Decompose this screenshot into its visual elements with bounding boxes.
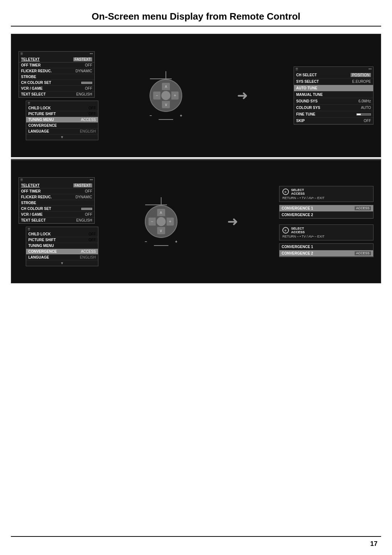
arrow-right-2: ➜ <box>227 214 238 229</box>
menu-row: VCR / GAMEOFF <box>19 86 94 92</box>
panel1-sub-menu: ☰ CHILD LOCKOFF PICTURE SHIFTOFF TUNING … <box>26 101 98 140</box>
remote-control-1: ∧ ∨ − + − + <box>140 71 191 120</box>
panel2-left: ☰ ▪▪▪ TELETEXT FASTEXT OFF TIMEROFF FLIC… <box>19 177 98 266</box>
menu-row: VCR / GAMEOFF <box>19 212 94 218</box>
submenu-row: PICTURE SHIFTOFF <box>26 237 98 243</box>
right-menu-row-autotune: AUTO TUNE <box>294 85 373 92</box>
convergence-bottom-menu: CONVERGENCE 1 CONVERGENCE 2ACCESS <box>279 243 373 257</box>
panel2-sub-menu: ☰ CHILD LOCKOFF PICTURE SHIFTOFF TUNING … <box>26 227 98 266</box>
submenu-row-tuning: TUNING MENUACCESS <box>26 117 98 123</box>
menu-row: OFF TIMEROFF <box>19 189 94 194</box>
panel2-right: ⊕ SELECT ACCESS RETURN – • TV / AV• – EX… <box>279 186 373 257</box>
demo-panel-2: ☰ ▪▪▪ TELETEXT FASTEXT OFF TIMEROFF FLIC… <box>11 160 381 283</box>
plus-label: + <box>180 113 182 118</box>
submenu-row-convergence: CONVERGENCE <box>26 123 98 129</box>
convergence-top-menu: CONVERGENCE 1ACCESS CONVERGENCE 2 <box>279 205 373 219</box>
panel1-right-menu: ☰ ▪▪▪ CH SELECTPOSITION SYS SELECTE.EURO… <box>294 66 373 125</box>
right-menu-row: SYS SELECTE.EUROPE <box>294 78 373 85</box>
submenu-row: CHILD LOCKOFF <box>26 105 98 111</box>
right-menu-row: CH SELECTPOSITION <box>294 72 373 78</box>
remote-control-2: ∧ ∨ − + − + <box>136 197 187 246</box>
minus-label: − <box>150 113 152 118</box>
menu-row: STROBE <box>19 200 94 206</box>
submenu-row-convergence2: CONVERGENCEACCESS <box>26 249 98 255</box>
menu-row: TELETEXT FASTEXT <box>19 57 94 62</box>
submenu-row: PICTURE SHIFTOFF <box>26 111 98 117</box>
right-menu-row: FINE TUNE <box>294 111 373 118</box>
menu-row: CH COLOUR SET <box>19 206 94 212</box>
menu-row: TEXT SELECTENGLISH <box>19 92 94 97</box>
convergence-bottom-info: ⊕ SELECT ACCESS RETURN – • TV / AV• – EX… <box>279 224 373 240</box>
menu-row: FLICKER REDUC.DYNAMIC <box>19 194 94 200</box>
arrow-right-1: ➜ <box>237 88 248 103</box>
panel1-left: ☰ ▪▪▪ TELETEXT FASTEXT OFF TIMEROFF FLIC… <box>19 51 98 140</box>
menu-row: CH COLOUR SET <box>19 80 94 86</box>
minus-label-2: − <box>145 239 147 244</box>
menu-row: TEXT SELECTENGLISH <box>19 218 94 223</box>
convergence-top-info: ⊕ SELECT ACCESS RETURN – • TV / AV• – EX… <box>279 186 373 202</box>
page-title: On-Screen menu Display from Remote Contr… <box>11 0 381 27</box>
plus-label-2: + <box>175 239 177 244</box>
submenu-row-language: LANGUAGEENGLISH <box>26 129 98 134</box>
menu-row: STROBE <box>19 74 94 80</box>
right-menu-row: MANUAL TUNE <box>294 92 373 98</box>
right-menu-row: COLOUR SYSAUTO <box>294 105 373 111</box>
submenu-row: CHILD LOCKOFF <box>26 231 98 237</box>
submenu-row-language2: LANGUAGEENGLISH <box>26 255 98 260</box>
right-menu-row: SKIPOFF <box>294 118 373 124</box>
submenu-row-tuning2: TUNING MENU <box>26 243 98 249</box>
right-menu-row: SOUND SYS6.0MHz <box>294 98 373 105</box>
menu-row: TELETEXT FASTEXT <box>19 183 94 189</box>
page-number: 17 <box>370 540 377 548</box>
panel1-main-menu: ☰ ▪▪▪ TELETEXT FASTEXT OFF TIMEROFF FLIC… <box>19 51 95 98</box>
menu-row: FLICKER REDUC.DYNAMIC <box>19 68 94 74</box>
menu-row: OFF TIMEROFF <box>19 62 94 68</box>
demo-panel-1: ☰ ▪▪▪ TELETEXT FASTEXT OFF TIMEROFF FLIC… <box>11 34 381 157</box>
panel2-main-menu: ☰ ▪▪▪ TELETEXT FASTEXT OFF TIMEROFF FLIC… <box>19 177 95 224</box>
